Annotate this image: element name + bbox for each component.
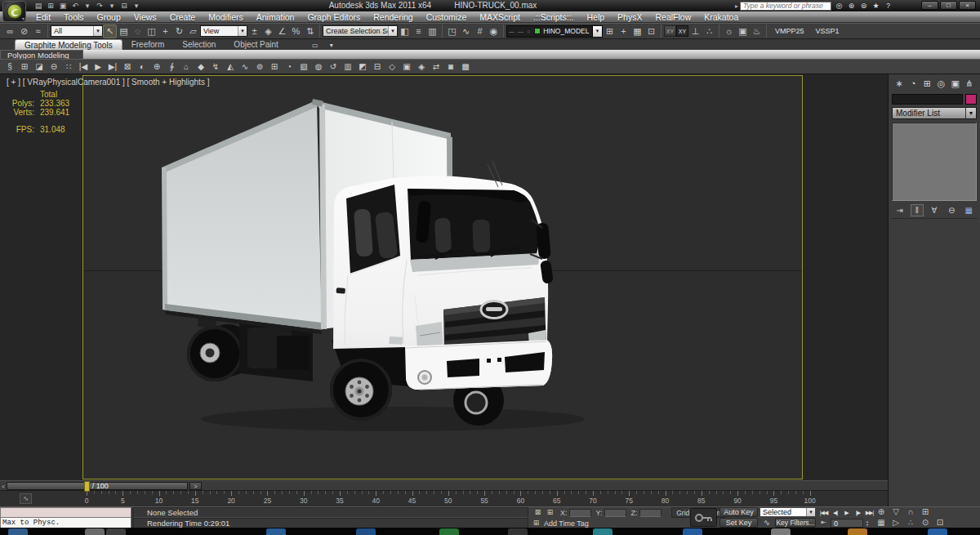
menu-modifiers[interactable]: Modifiers xyxy=(202,12,250,22)
configure-modifier-sets-icon[interactable]: ▦ xyxy=(962,204,975,216)
set-key-button[interactable]: Set Key xyxy=(719,518,758,528)
save-file-icon[interactable]: ▣ xyxy=(57,1,69,11)
selection-arrow-icon[interactable]: ▷ xyxy=(890,518,902,528)
play-icon[interactable]: ▶ xyxy=(91,60,105,74)
spinner-snap-icon[interactable]: ⇅ xyxy=(303,25,317,38)
wave-icon[interactable]: ∿ xyxy=(238,60,252,74)
selection-region-icon[interactable]: ◌ xyxy=(131,25,145,38)
show-end-result-icon[interactable]: ‖ xyxy=(911,204,924,216)
undo-icon[interactable]: ↶ xyxy=(69,1,81,11)
target-icon[interactable]: ⊚ xyxy=(252,60,267,74)
pen-icon[interactable]: ∲ xyxy=(164,60,179,74)
open-file-icon[interactable]: ⊞ xyxy=(45,1,56,11)
vm-preview-button[interactable]: VMPP25 xyxy=(769,27,810,35)
taskbar-app-icon[interactable] xyxy=(266,528,286,535)
corner-icon[interactable]: ◩ xyxy=(355,60,370,74)
subscription-center-icon[interactable]: ⊛ xyxy=(845,2,858,11)
inverse-icon[interactable]: ◙ xyxy=(443,60,458,74)
schematic-view-icon[interactable]: # xyxy=(473,25,487,38)
camera-rig-icon[interactable]: ⊖ xyxy=(47,60,61,74)
taskbar-app-icon[interactable] xyxy=(848,528,867,535)
time-configuration-icon[interactable]: ▦ xyxy=(875,518,887,528)
reference-coordsys-dropdown[interactable]: View▼ xyxy=(200,25,247,37)
ribbon-dropdown-icon[interactable]: ▾ xyxy=(323,41,340,50)
select-and-link-icon[interactable]: ∞ xyxy=(3,25,17,38)
snaps-toggle-icon[interactable]: ◈ xyxy=(261,25,275,38)
mesh-icon[interactable]: ▩ xyxy=(458,60,473,74)
application-menu-button[interactable]: ▾ xyxy=(2,1,26,22)
add-to-current-layer-icon[interactable]: + xyxy=(617,25,630,38)
taskbar-app-icon[interactable] xyxy=(508,528,528,535)
zoom-extents-icon[interactable]: ⊕ xyxy=(875,507,887,517)
vs-preview-button[interactable]: VSSP1 xyxy=(810,27,845,35)
redo-icon[interactable]: ↷ xyxy=(94,1,105,11)
object-name-field[interactable] xyxy=(892,94,963,105)
lattice-icon[interactable]: ◈ xyxy=(414,60,429,74)
search-input[interactable] xyxy=(740,2,831,11)
menu-krakatoa[interactable]: Krakatoa xyxy=(697,12,745,22)
search-history-icon[interactable]: ▸ xyxy=(735,2,738,10)
go-to-start-button[interactable]: |◀◀ xyxy=(818,507,829,517)
create-tab-icon[interactable]: ∗ xyxy=(893,77,906,90)
menu-realflow[interactable]: RealFlow xyxy=(648,12,697,22)
make-unique-icon[interactable]: ∀ xyxy=(928,204,941,216)
truck-3d-model[interactable] xyxy=(148,99,679,458)
zoom-icon[interactable]: ⊙ xyxy=(920,518,931,528)
taskbar-app-icon[interactable] xyxy=(593,528,612,535)
menu-rendering[interactable]: Rendering xyxy=(367,12,419,22)
select-object-icon[interactable]: ↖ xyxy=(103,25,117,38)
ribbon-tab-object-paint[interactable]: Object Paint xyxy=(225,39,287,50)
open-mini-curve-editor-button[interactable]: ∿ xyxy=(20,493,32,504)
menu-maxscript[interactable]: MAXScript xyxy=(473,12,527,22)
new-scene-icon[interactable]: ▤ xyxy=(33,1,44,11)
timeline-playhead[interactable] xyxy=(84,481,90,492)
taskbar-app-icon[interactable] xyxy=(928,528,947,535)
help-icon[interactable]: ? xyxy=(882,2,894,11)
hatch-icon[interactable]: ▧ xyxy=(296,60,311,74)
select-and-scale-icon[interactable]: ▱ xyxy=(186,25,200,38)
object-color-swatch[interactable] xyxy=(965,94,977,105)
previous-frame-button[interactable]: ◀| xyxy=(830,507,840,517)
modifier-list-dropdown[interactable]: Modifier List ▼ xyxy=(892,107,977,119)
menu-views[interactable]: Views xyxy=(127,12,163,22)
play-button[interactable]: ▶ xyxy=(841,507,852,517)
maxscript-icon[interactable]: § xyxy=(2,60,17,74)
set-current-layer-icon[interactable]: ⊡ xyxy=(644,25,658,38)
menu-animation[interactable]: Animation xyxy=(250,12,301,22)
communication-center-icon[interactable]: ⊚ xyxy=(858,2,870,11)
bind-to-space-warp-icon[interactable]: ≈ xyxy=(31,25,45,38)
ribbon-tab-selection[interactable]: Selection xyxy=(173,39,225,50)
close-button[interactable]: × xyxy=(959,1,976,10)
pie-icon[interactable]: ◔ xyxy=(282,60,296,74)
layer-manager-icon[interactable]: ▥ xyxy=(425,25,439,38)
material-editor-icon[interactable]: ◉ xyxy=(487,25,501,38)
utilities-tab-icon[interactable]: ⋔ xyxy=(963,77,976,90)
menu-help[interactable]: Help xyxy=(580,12,611,22)
create-new-layer-icon[interactable]: ⊞ xyxy=(603,25,617,38)
taskbar-app-icon[interactable] xyxy=(85,528,105,535)
window-crossing-icon[interactable]: ◫ xyxy=(145,25,158,38)
lock-icon[interactable]: ⊠ xyxy=(120,60,135,74)
use-pivot-center-icon[interactable]: ⊥ xyxy=(688,25,702,38)
render-setup-icon[interactable]: ☼ xyxy=(722,25,736,38)
select-and-move-icon[interactable]: + xyxy=(158,25,172,38)
xy-lock-button[interactable]: XY xyxy=(676,25,688,37)
menu-group[interactable]: Group xyxy=(91,12,127,22)
home-icon[interactable]: ⌂ xyxy=(179,60,194,74)
taskbar-app-icon[interactable] xyxy=(439,528,459,535)
menu-scripts[interactable]: .::Scripts::. xyxy=(527,12,581,22)
select-and-manipulate-icon[interactable]: ± xyxy=(247,25,261,38)
menu-edit[interactable]: Edit xyxy=(29,12,57,22)
selection-lock-icon[interactable]: ⊠ xyxy=(532,508,543,518)
ribbon-minimize-icon[interactable]: ▭ xyxy=(307,41,323,50)
ribbon-tab-freeform[interactable]: Freeform xyxy=(122,39,174,50)
modifier-stack[interactable] xyxy=(892,123,977,201)
remove-modifier-icon[interactable]: ⊖ xyxy=(945,204,958,216)
pin-stack-icon[interactable]: ⇥ xyxy=(893,204,906,216)
next-frame-button[interactable]: |▶ xyxy=(853,507,863,517)
rendered-frame-window-icon[interactable]: ▣ xyxy=(736,25,750,38)
menu-tools[interactable]: Tools xyxy=(57,12,91,22)
selection-filter-dropdown[interactable]: All▼ xyxy=(51,25,103,37)
set-keys-button[interactable] xyxy=(690,508,717,527)
project-folder-icon[interactable]: ⊟ xyxy=(118,1,130,11)
